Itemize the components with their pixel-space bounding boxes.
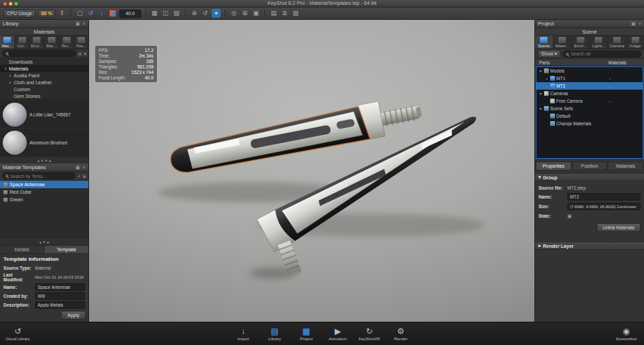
library-search-field[interactable]	[2, 50, 76, 57]
target-tool-icon[interactable]: ⌖	[212, 9, 221, 18]
scene-tree-item-free-camera[interactable]: Free Camera-	[536, 97, 643, 105]
zoom-window-icon[interactable]	[14, 2, 18, 5]
materials-quick-icon[interactable]	[110, 10, 116, 16]
material-thumbnail[interactable]: Aluminum Brushed	[0, 129, 88, 156]
template-name-input[interactable]	[35, 283, 85, 291]
scene-tree-item-mt1[interactable]: +MT1-	[536, 75, 643, 82]
tab-lighting[interactable]: Lighti...	[590, 36, 608, 49]
texture-icon[interactable]: ▧	[291, 9, 300, 18]
library-tree-item[interactable]: ▸Axalta Paint	[0, 72, 88, 79]
tab-image[interactable]: Image	[626, 36, 644, 49]
template-item[interactable]: Space Antennae	[0, 181, 88, 188]
library-list-icon[interactable]: ≣	[78, 51, 82, 56]
template-item[interactable]: Green	[0, 196, 88, 203]
library-toggle-icon[interactable]: ▤	[269, 9, 278, 18]
page-prev-icon[interactable]: ◂	[39, 240, 41, 244]
created-by-input[interactable]	[35, 292, 85, 300]
dock-import[interactable]: ↓ Import	[228, 322, 258, 345]
focal-length-input[interactable]	[119, 10, 141, 18]
templates-search-field[interactable]	[2, 172, 75, 179]
tab-material[interactable]: Mater...	[554, 36, 572, 49]
library-tree-item[interactable]: Custom	[0, 86, 88, 92]
tab-materials[interactable]: Mat...	[0, 36, 15, 49]
detach-panel-icon[interactable]: ▣	[75, 21, 80, 26]
tab-backplates[interactable]: Bac...	[45, 36, 60, 49]
size-input[interactable]	[567, 203, 641, 210]
grid-icon[interactable]: ▦	[150, 9, 159, 18]
scene-tree-item-default[interactable]: Default	[536, 112, 643, 120]
detach-panel-icon[interactable]: ▣	[631, 21, 636, 26]
region-render-icon[interactable]: ▢	[75, 9, 84, 18]
library-tree-item[interactable]: Downloads	[0, 58, 88, 65]
apply-button[interactable]: Apply	[61, 311, 86, 320]
tab-properties[interactable]: Properties	[536, 162, 571, 170]
tab-environments[interactable]: Envi...	[29, 36, 45, 49]
scene-tree-item-mt2[interactable]: +MT2-	[536, 82, 643, 90]
split-view-icon[interactable]: ◫	[161, 9, 170, 18]
tab-details[interactable]: Details	[0, 246, 45, 254]
dock-cloud-library[interactable]: ↺ Cloud Library	[3, 322, 33, 345]
tab-scene[interactable]: Scene	[535, 36, 554, 49]
library-search-input[interactable]	[10, 51, 73, 56]
page-dot[interactable]	[43, 241, 45, 243]
pattern-icon[interactable]: ▧	[172, 9, 181, 18]
close-window-icon[interactable]	[3, 2, 7, 5]
scene-tree-item-models[interactable]: ▾Models	[536, 67, 643, 75]
update-icon[interactable]: ↺	[86, 9, 95, 18]
realtime-render-view[interactable]: FPS:17.2 Time:2m 34s Samples:165 Triangl…	[89, 20, 534, 322]
tab-textures[interactable]: Tex...	[60, 36, 75, 49]
add-template-icon[interactable]: +	[77, 174, 80, 179]
library-filter-icon[interactable]: ▾	[84, 51, 86, 56]
page-next-icon[interactable]: ▸	[49, 158, 51, 163]
group-section-header[interactable]: ▾ Group	[535, 173, 644, 181]
unlink-materials-button[interactable]: Unlink Materials	[597, 223, 641, 232]
dock-project[interactable]: ▦ Project	[291, 322, 321, 345]
cpu-usage-button[interactable]: CPU Usage	[3, 10, 36, 18]
part-name-input[interactable]	[567, 193, 641, 201]
dock-screenshot[interactable]: ◉ Screenshot	[611, 322, 641, 345]
pan-icon[interactable]: ⊞	[240, 9, 249, 18]
scene-search-field[interactable]	[562, 51, 641, 58]
template-item[interactable]: Red Cube	[0, 188, 88, 196]
library-tree-item[interactable]: Gem Stones	[0, 92, 88, 99]
template-options-icon[interactable]: ≣	[82, 174, 86, 179]
tab-camera[interactable]: Camera	[608, 36, 627, 49]
tab-position[interactable]: Position	[572, 162, 608, 170]
scene-search-input[interactable]	[571, 51, 638, 56]
material-thumbnail[interactable]: A Little Lilac_745657	[0, 101, 88, 129]
screenshot-tool-icon[interactable]: ▣	[251, 9, 260, 18]
page-next-icon[interactable]: ▸	[47, 240, 49, 244]
dock-keyshotvr[interactable]: ↻ KeyShotVR	[354, 322, 384, 345]
download-icon[interactable]: ↓	[97, 9, 106, 18]
tab-template[interactable]: Template	[45, 246, 88, 254]
close-panel-icon[interactable]: ×	[83, 165, 86, 170]
scene-tree-item-scene-sets[interactable]: ▾Scene Sets	[536, 105, 643, 112]
templates-search-input[interactable]	[10, 174, 72, 179]
state-lock-icon[interactable]: ▣	[567, 214, 572, 218]
tab-materials-props[interactable]: Materials	[608, 162, 643, 170]
detach-panel-icon[interactable]: ▣	[75, 165, 80, 170]
dock-library[interactable]: ▤ Library	[260, 322, 290, 345]
dock-animation[interactable]: ▶ Animation	[323, 322, 353, 345]
tab-environment[interactable]: Envir...	[571, 36, 590, 49]
focus-icon[interactable]: ◎	[230, 9, 238, 18]
close-panel-icon[interactable]: ×	[83, 21, 86, 26]
cpu-percent-badge[interactable]: 88 %	[38, 10, 55, 18]
render-layer-section-header[interactable]: ▸ Render Layer	[535, 242, 644, 250]
library-tree-item[interactable]: ▸Cloth and Leather	[0, 79, 88, 86]
dock-render[interactable]: ⚙ Render	[386, 322, 416, 345]
page-dot[interactable]	[45, 159, 47, 162]
tab-colors[interactable]: Col...	[15, 36, 30, 49]
library-tree-item[interactable]: ▾Materials	[0, 65, 88, 72]
page-dot[interactable]	[41, 159, 43, 162]
tab-favorites[interactable]: Fav...	[74, 36, 88, 49]
pause-render-icon[interactable]: ‖	[58, 9, 66, 18]
list-view-icon[interactable]: ≣	[280, 9, 289, 18]
show-button[interactable]: Show ▾	[538, 50, 560, 58]
scene-tree-item-cameras[interactable]: ▾Cameras	[536, 90, 643, 97]
minimize-window-icon[interactable]	[9, 2, 12, 5]
scene-tree-item-change-materials[interactable]: Change Materials	[536, 120, 643, 127]
add-geometry-icon[interactable]: ⊕	[190, 9, 199, 18]
description-input[interactable]	[35, 301, 85, 309]
page-prev-icon[interactable]: ◂	[37, 158, 39, 163]
